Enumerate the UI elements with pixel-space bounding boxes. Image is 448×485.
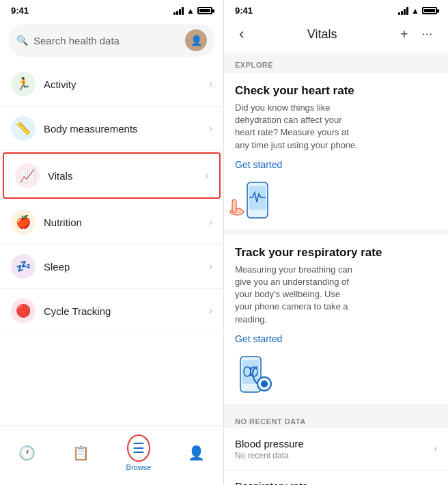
add-button[interactable]: + [396,25,412,44]
more-button[interactable]: ··· [418,27,437,42]
right-wifi-icon: ▲ [411,6,419,16]
left-status-icons: ▲ [173,6,212,16]
wifi-icon: ▲ [186,6,195,16]
chevron-icon: › [205,169,208,182]
svg-rect-3 [232,199,236,213]
today-icon: 🕐 [18,445,36,461]
activity-icon: 🏃 [11,72,36,96]
browse-icon: ☰ [132,441,145,456]
no-recent-label: NO RECENT DATA [224,409,448,428]
respiratory-illustration [227,353,275,401]
heart-rate-illustration [227,179,275,227]
sidebar-item-sleep[interactable]: 💤 Sleep › [0,245,223,289]
chevron-icon: › [434,443,437,455]
cycle-tracking-icon: 🔴 [11,299,36,323]
sidebar-item-vitals[interactable]: 📈 Vitals › [3,152,221,199]
bottom-nav-profile[interactable]: 👤 [177,442,216,464]
bottom-nav-browse[interactable]: ☰ Browse [115,432,163,474]
sidebar-item-activity[interactable]: 🏃 Activity › [0,62,223,107]
respiratory-card: Track your respiratory rate Measuring yo… [224,235,448,404]
right-panel: 9:41 ▲ ‹ Vitals + ··· EXPLORE Check your… [224,0,448,485]
right-battery-icon [422,7,437,14]
header-actions: + ··· [396,25,437,44]
sidebar-item-sleep-label: Sleep [44,261,209,273]
heart-rate-get-started[interactable]: Get started [235,159,282,170]
search-bar[interactable]: 🔍 Search health data 👤 [8,24,215,57]
heart-rate-desc: Did you know things like dehydration can… [235,102,358,152]
sidebar-item-body-measurements[interactable]: 📏 Body measurements › [0,107,223,151]
explore-label: EXPLORE [224,53,448,73]
nav-list: 🏃 Activity › 📏 Body measurements › 📈 Vit… [0,62,223,426]
respiratory-rate-item[interactable]: Respiratory rate No recent data › [224,471,448,485]
sleep-icon: 💤 [11,254,36,279]
chevron-icon: › [209,216,212,228]
bottom-nav-today[interactable]: 🕐 [8,442,46,464]
blood-pressure-title: Blood pressure [235,438,434,449]
vitals-title: Vitals [307,27,337,42]
left-panel: 9:41 ▲ 🔍 Search health data 👤 🏃 Activity… [0,0,224,485]
respiratory-rate-content: Respiratory rate No recent data [235,480,434,485]
bottom-nav: 🕐 📋 ☰ Browse 👤 [0,426,223,485]
right-signal-icon [398,7,408,15]
heart-rate-card: Check your heart rate Did you know thing… [224,73,448,230]
profile-icon: 👤 [188,445,205,461]
right-content: EXPLORE Check your heart rate Did you kn… [224,53,448,485]
sidebar-item-body-measurements-label: Body measurements [44,123,209,135]
respiratory-title: Track your respiratory rate [235,246,437,260]
browse-circle: ☰ [127,434,150,462]
respiratory-desc: Measuring your breathing can give you an… [235,264,358,326]
chevron-icon: › [209,260,212,273]
signal-icon [173,7,184,15]
sidebar-item-cycle-tracking-label: Cycle Tracking [44,305,209,317]
avatar[interactable]: 👤 [185,29,207,51]
search-placeholder: Search health data [33,35,180,46]
blood-pressure-item[interactable]: Blood pressure No recent data › [224,428,448,471]
sidebar-item-activity-label: Activity [44,79,209,90]
blood-pressure-sub: No recent data [235,451,434,460]
nutrition-icon: 🍎 [11,210,36,234]
left-time: 9:41 [11,5,29,16]
dashboard-icon: 📋 [72,445,89,461]
sidebar-item-vitals-label: Vitals [48,170,205,182]
sidebar-item-nutrition-label: Nutrition [44,217,209,228]
body-measurements-icon: 📏 [11,116,36,141]
right-status-icons: ▲ [398,6,437,16]
svg-point-7 [261,380,268,387]
battery-icon [197,7,212,14]
chevron-icon: › [209,122,212,135]
search-icon: 🔍 [16,35,28,46]
sidebar-item-cycle-tracking[interactable]: 🔴 Cycle Tracking › [0,289,223,333]
heart-rate-title: Check your heart rate [235,84,437,98]
browse-label: Browse [126,463,152,471]
vitals-icon: 📈 [15,163,40,188]
respiratory-get-started[interactable]: Get started [235,333,282,344]
blood-pressure-content: Blood pressure No recent data [235,438,434,460]
right-header: ‹ Vitals + ··· [224,18,448,53]
respiratory-rate-title: Respiratory rate [235,480,434,485]
back-button[interactable]: ‹ [235,24,248,44]
right-status-bar: 9:41 ▲ [224,0,448,18]
chevron-icon: › [209,78,212,90]
right-time: 9:41 [235,5,253,16]
left-status-bar: 9:41 ▲ [0,0,223,18]
chevron-icon: › [209,305,212,317]
bottom-nav-dashboard[interactable]: 📋 [61,442,100,464]
sidebar-item-nutrition[interactable]: 🍎 Nutrition › [0,200,223,245]
